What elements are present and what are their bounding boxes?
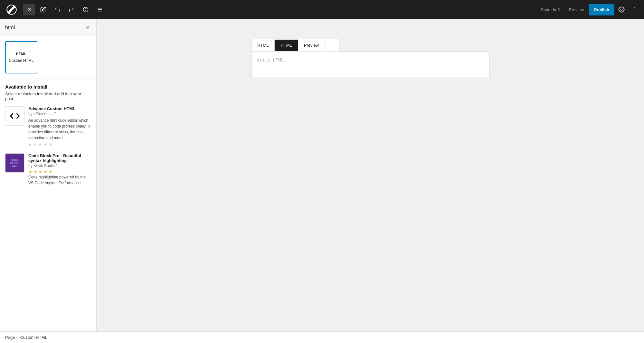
settings-button[interactable] [616,4,627,15]
plugin-icon-code-block-pro: CODE BLOCK PRO [5,153,24,173]
star-3: ★ [38,142,42,147]
main-toolbar: ✕ Save draft Preview Publish ⋮ [0,0,644,19]
toolbar-right: Save draft Preview Publish ⋮ [537,4,640,15]
content-area: HTML HTML Preview ⋮ Write HTML… [97,19,644,331]
search-input[interactable] [5,25,84,31]
search-clear-button[interactable]: ✕ [84,23,91,32]
plugin-author: by bPlugins LLC [28,112,91,116]
breadcrumb-separator: › [17,335,18,340]
plugin-name: Advance Custom HTML [28,106,91,111]
plugin-item-code-block-pro[interactable]: CODE BLOCK PRO Code Block Pro - Beautifu… [5,153,91,186]
plugin-info-advance-html: Advance Custom HTML by bPlugins LLC An a… [28,106,91,147]
more-options-button[interactable]: ⋮ [629,4,640,15]
available-section: Available to install Select a block to i… [0,79,96,197]
publish-button[interactable]: Publish [589,4,614,15]
sidebar: ✕ HTML Custom HTML Available to install … [0,19,97,331]
plugin-info-code-block-pro: Code Block Pro - Beautiful syntax highli… [28,153,91,186]
breadcrumb-page: Page [5,335,15,340]
svg-point-6 [621,9,622,11]
block-html-icon: HTML [16,52,27,56]
breadcrumb-bar: Page › Custom HTML [0,331,644,343]
star-3: ★ [38,169,42,174]
plugin-author-code-block: by Kevin Batdorf [28,164,91,168]
plugin-name-code-block: Code Block Pro - Beautiful syntax highli… [28,153,91,163]
plugin-stars: ★ ★ ★ ★ ★ [28,142,91,147]
star-5: ★ [49,142,52,147]
plugin-icon-advance-html [5,106,24,126]
tab-preview[interactable]: Preview [298,40,325,51]
block-editor-container: HTML HTML Preview ⋮ Write HTML… [251,39,489,77]
html-placeholder-text: Write HTML… [257,57,287,62]
wp-logo[interactable] [4,0,19,19]
plugin-stars-code-block: ★ ★ ★ ★ ★ [28,169,91,174]
available-subtitle: Select a block to install and add it to … [5,91,91,101]
blocks-grid: HTML Custom HTML [0,36,96,79]
star-5: ★ [49,169,52,174]
tab-html-active[interactable]: HTML [275,40,298,51]
edit-icon[interactable] [37,4,49,15]
redo-button[interactable] [66,4,77,15]
custom-html-block[interactable]: HTML Custom HTML [5,41,37,73]
preview-button[interactable]: Preview [565,5,588,15]
undo-button[interactable] [52,4,63,15]
main-layout: ✕ HTML Custom HTML Available to install … [0,19,644,331]
star-2: ★ [33,169,37,174]
html-block-tabs: HTML HTML Preview ⋮ [251,39,339,52]
tab-more-options[interactable]: ⋮ [325,39,339,52]
html-editor[interactable]: Write HTML… [251,52,489,77]
block-name-label: Custom HTML [9,58,33,63]
plugin-item-advance-html[interactable]: Advance Custom HTML by bPlugins LLC An a… [5,106,91,147]
search-bar: ✕ [0,19,96,36]
star-1: ★ [28,169,32,174]
list-view-button[interactable] [94,4,106,15]
close-button[interactable]: ✕ [23,4,35,15]
star-2: ★ [33,142,37,147]
save-draft-button[interactable]: Save draft [537,5,564,15]
info-button[interactable] [80,4,91,15]
star-4: ★ [43,142,47,147]
tab-html-plain[interactable]: HTML [251,40,275,51]
star-4: ★ [43,169,47,174]
plugin-desc-code-block: Code highlighting powered by the VS Code… [28,174,91,186]
star-1: ★ [28,142,32,147]
plugin-desc: An advance html code editor which enable… [28,118,91,141]
available-title: Available to install [5,84,91,90]
breadcrumb-current: Custom HTML [20,335,47,340]
